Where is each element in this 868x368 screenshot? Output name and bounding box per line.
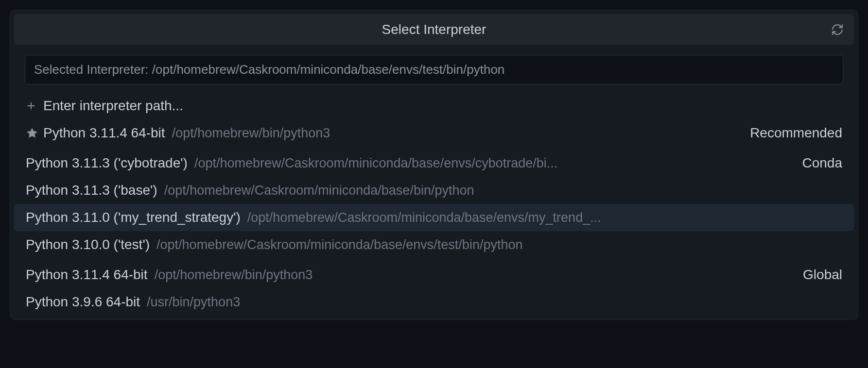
picker-header: Select Interpreter (14, 14, 854, 45)
picker-title: Select Interpreter (382, 22, 486, 37)
interpreter-path: /opt/homebrew/Caskroom/miniconda/base/en… (194, 156, 793, 171)
interpreter-label: Python 3.11.0 ('my_trend_strategy') (26, 210, 241, 225)
interpreter-picker: Select Interpreter Selected Interpreter:… (10, 10, 858, 320)
conda-interpreter-item[interactable]: Python 3.11.3 ('cybotrade') /opt/homebre… (14, 150, 854, 177)
interpreter-label: Python 3.11.4 64-bit (26, 267, 148, 283)
interpreter-label: Python 3.10.0 ('test') (26, 237, 150, 252)
interpreter-list: Enter interpreter path... Python 3.11.4 … (10, 92, 858, 319)
conda-interpreter-item[interactable]: Python 3.11.3 ('base') /opt/homebrew/Cas… (14, 177, 854, 204)
svg-marker-2 (27, 128, 37, 138)
interpreter-label: Python 3.9.6 64-bit (26, 294, 140, 310)
recommended-interpreter-item[interactable]: Python 3.11.4 64-bit /opt/homebrew/bin/p… (14, 119, 854, 147)
enter-path-label: Enter interpreter path... (43, 98, 183, 114)
search-placeholder-text: Selected Interpreter: /opt/homebrew/Cask… (34, 62, 504, 77)
conda-badge: Conda (792, 155, 842, 171)
global-interpreter-item[interactable]: Python 3.9.6 64-bit /usr/bin/python3 (14, 288, 854, 316)
interpreter-path: /opt/homebrew/Caskroom/miniconda/base/en… (247, 210, 842, 225)
star-icon (26, 127, 43, 139)
refresh-icon[interactable] (831, 23, 844, 36)
interpreter-path: /opt/homebrew/Caskroom/miniconda/base/bi… (164, 183, 842, 198)
interpreter-label: Python 3.11.4 64-bit (43, 125, 165, 141)
interpreter-path: /opt/homebrew/bin/python3 (155, 268, 793, 283)
interpreter-label: Python 3.11.3 ('cybotrade') (26, 155, 188, 171)
global-badge: Global (793, 267, 842, 283)
interpreter-label: Python 3.11.3 ('base') (26, 183, 157, 198)
global-interpreter-item[interactable]: Python 3.11.4 64-bit /opt/homebrew/bin/p… (14, 261, 854, 288)
interpreter-path: /opt/homebrew/bin/python3 (172, 126, 741, 141)
plus-icon (26, 100, 43, 111)
conda-interpreter-item[interactable]: Python 3.10.0 ('test') /opt/homebrew/Cas… (14, 231, 854, 258)
interpreter-path: /opt/homebrew/Caskroom/miniconda/base/en… (156, 237, 842, 252)
conda-interpreter-item-highlighted[interactable]: Python 3.11.0 ('my_trend_strategy') /opt… (14, 204, 854, 231)
enter-interpreter-path-item[interactable]: Enter interpreter path... (14, 92, 854, 119)
interpreter-path: /usr/bin/python3 (147, 295, 842, 310)
recommended-badge: Recommended (740, 125, 842, 141)
search-input[interactable]: Selected Interpreter: /opt/homebrew/Cask… (25, 55, 843, 84)
